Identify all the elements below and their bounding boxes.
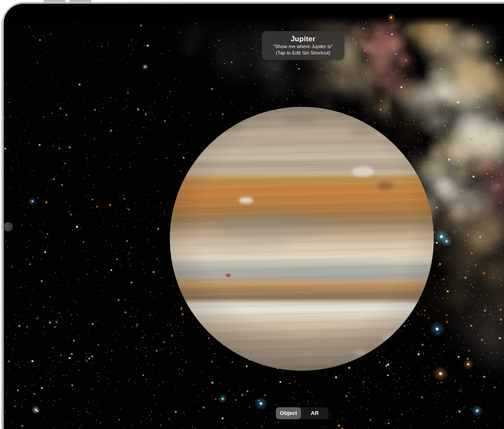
- polar-mottle: [349, 127, 376, 137]
- jupiter-planet[interactable]: [170, 107, 434, 371]
- tooltip-subtitle-line1: "Show me where Jupiter is": [264, 43, 342, 50]
- small-orange-storm: [226, 274, 231, 277]
- polar-mottle: [284, 114, 318, 125]
- scene-viewport[interactable]: Jupiter "Show me where Jupiter is" (Tap …: [4, 4, 504, 429]
- view-mode-switcher[interactable]: Object AR: [276, 407, 329, 419]
- cloud-wisp: [285, 264, 395, 281]
- red-spot-storm: [377, 182, 393, 190]
- selection-tooltip[interactable]: Jupiter "Show me where Jupiter is" (Tap …: [262, 31, 344, 60]
- page-background: { "app": { "selection_tooltip": { "title…: [0, 0, 504, 429]
- south-storm-oval: [354, 349, 367, 355]
- segment-object[interactable]: Object: [276, 407, 301, 419]
- white-storm-oval: [352, 166, 374, 177]
- tooltip-subtitle-line2: (Tap to Edit Siri Shortcut): [264, 50, 342, 56]
- tooltip-title: Jupiter: [264, 34, 342, 43]
- cloud-wisp: [217, 212, 336, 238]
- front-camera-icon: [3, 222, 13, 232]
- white-storm-swirl: [239, 197, 253, 203]
- segment-ar[interactable]: AR: [301, 407, 329, 419]
- cloud-wisp: [195, 235, 289, 253]
